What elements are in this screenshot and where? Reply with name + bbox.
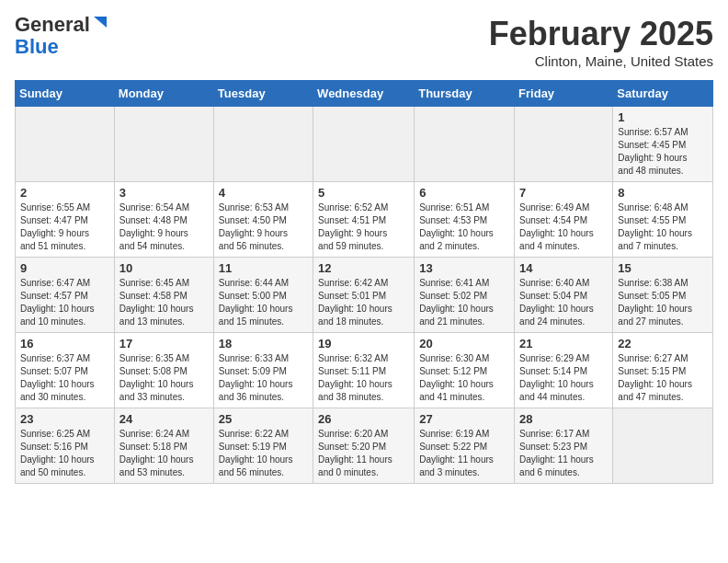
day-number: 11 (219, 261, 308, 275)
day-info: Sunrise: 6:42 AM Sunset: 5:01 PM Dayligh… (318, 277, 409, 328)
day-info: Sunrise: 6:38 AM Sunset: 5:05 PM Dayligh… (618, 277, 708, 328)
calendar-month-title: February 2025 (489, 15, 713, 53)
calendar-cell: 25Sunrise: 6:22 AM Sunset: 5:19 PM Dayli… (213, 408, 313, 484)
day-number: 4 (219, 186, 308, 200)
calendar-cell: 27Sunrise: 6:19 AM Sunset: 5:22 PM Dayli… (415, 408, 515, 484)
day-number: 26 (318, 412, 409, 426)
calendar-cell: 5Sunrise: 6:52 AM Sunset: 4:51 PM Daylig… (313, 182, 415, 258)
day-number: 18 (219, 337, 308, 350)
calendar-cell (16, 107, 115, 182)
day-number: 14 (519, 261, 608, 275)
calendar-cell: 17Sunrise: 6:35 AM Sunset: 5:08 PM Dayli… (114, 333, 213, 408)
day-info: Sunrise: 6:35 AM Sunset: 5:08 PM Dayligh… (119, 352, 209, 404)
day-number: 9 (20, 261, 109, 275)
calendar-cell (313, 107, 415, 182)
day-number: 1 (618, 110, 708, 124)
calendar-subtitle: Clinton, Maine, United States (489, 53, 713, 69)
day-number: 17 (119, 337, 209, 350)
day-number: 2 (20, 186, 109, 200)
day-info: Sunrise: 6:24 AM Sunset: 5:18 PM Dayligh… (119, 428, 209, 479)
day-number: 24 (119, 412, 209, 426)
svg-marker-0 (94, 17, 107, 28)
day-info: Sunrise: 6:32 AM Sunset: 5:11 PM Dayligh… (318, 352, 409, 404)
day-number: 28 (519, 412, 608, 426)
day-info: Sunrise: 6:49 AM Sunset: 4:54 PM Dayligh… (519, 201, 608, 253)
col-header-friday: Friday (515, 81, 613, 107)
calendar-cell (613, 408, 713, 484)
calendar-cell: 10Sunrise: 6:45 AM Sunset: 4:58 PM Dayli… (114, 258, 213, 333)
day-number: 21 (519, 337, 608, 350)
day-number: 10 (119, 261, 209, 275)
calendar-cell: 16Sunrise: 6:37 AM Sunset: 5:07 PM Dayli… (16, 333, 115, 408)
day-info: Sunrise: 6:41 AM Sunset: 5:02 PM Dayligh… (419, 277, 509, 328)
day-info: Sunrise: 6:44 AM Sunset: 5:00 PM Dayligh… (219, 277, 308, 328)
calendar-cell: 6Sunrise: 6:51 AM Sunset: 4:53 PM Daylig… (415, 182, 515, 258)
day-number: 12 (318, 261, 409, 275)
calendar-cell (114, 107, 213, 182)
calendar-cell (515, 107, 613, 182)
calendar-cell: 4Sunrise: 6:53 AM Sunset: 4:50 PM Daylig… (213, 182, 313, 258)
calendar-cell: 2Sunrise: 6:55 AM Sunset: 4:47 PM Daylig… (16, 182, 115, 258)
calendar-week-row: 23Sunrise: 6:25 AM Sunset: 5:16 PM Dayli… (16, 408, 713, 484)
calendar-cell: 21Sunrise: 6:29 AM Sunset: 5:14 PM Dayli… (515, 333, 613, 408)
col-header-thursday: Thursday (415, 81, 515, 107)
calendar-cell: 26Sunrise: 6:20 AM Sunset: 5:20 PM Dayli… (313, 408, 415, 484)
day-info: Sunrise: 6:33 AM Sunset: 5:09 PM Dayligh… (219, 352, 308, 404)
calendar-cell: 8Sunrise: 6:48 AM Sunset: 4:55 PM Daylig… (613, 182, 713, 258)
calendar-cell: 7Sunrise: 6:49 AM Sunset: 4:54 PM Daylig… (515, 182, 613, 258)
calendar-week-row: 16Sunrise: 6:37 AM Sunset: 5:07 PM Dayli… (16, 333, 713, 408)
day-info: Sunrise: 6:37 AM Sunset: 5:07 PM Dayligh… (20, 352, 109, 404)
col-header-saturday: Saturday (613, 81, 713, 107)
col-header-tuesday: Tuesday (213, 81, 313, 107)
calendar-cell: 23Sunrise: 6:25 AM Sunset: 5:16 PM Dayli… (16, 408, 115, 484)
day-number: 15 (618, 261, 708, 275)
calendar-cell: 22Sunrise: 6:27 AM Sunset: 5:15 PM Dayli… (613, 333, 713, 408)
calendar-cell (213, 107, 313, 182)
calendar-table: SundayMondayTuesdayWednesdayThursdayFrid… (15, 80, 713, 484)
day-number: 20 (419, 337, 509, 350)
calendar-cell (415, 107, 515, 182)
calendar-cell: 11Sunrise: 6:44 AM Sunset: 5:00 PM Dayli… (213, 258, 313, 333)
day-number: 6 (419, 186, 509, 200)
col-header-monday: Monday (114, 81, 213, 107)
day-info: Sunrise: 6:55 AM Sunset: 4:47 PM Dayligh… (20, 201, 109, 253)
day-number: 19 (318, 337, 409, 350)
calendar-cell: 24Sunrise: 6:24 AM Sunset: 5:18 PM Dayli… (114, 408, 213, 484)
day-info: Sunrise: 6:47 AM Sunset: 4:57 PM Dayligh… (20, 277, 109, 328)
day-info: Sunrise: 6:51 AM Sunset: 4:53 PM Dayligh… (419, 201, 509, 253)
header: General Blue February 2025 Clinton, Main… (15, 15, 713, 69)
day-number: 3 (119, 186, 209, 200)
calendar-cell: 9Sunrise: 6:47 AM Sunset: 4:57 PM Daylig… (16, 258, 115, 333)
day-info: Sunrise: 6:29 AM Sunset: 5:14 PM Dayligh… (519, 352, 608, 404)
calendar-header-row: SundayMondayTuesdayWednesdayThursdayFrid… (16, 81, 713, 107)
day-info: Sunrise: 6:20 AM Sunset: 5:20 PM Dayligh… (318, 428, 409, 479)
day-info: Sunrise: 6:30 AM Sunset: 5:12 PM Dayligh… (419, 352, 509, 404)
calendar-cell: 3Sunrise: 6:54 AM Sunset: 4:48 PM Daylig… (114, 182, 213, 258)
day-number: 7 (519, 186, 608, 200)
calendar-cell: 1Sunrise: 6:57 AM Sunset: 4:45 PM Daylig… (613, 107, 713, 182)
day-info: Sunrise: 6:54 AM Sunset: 4:48 PM Dayligh… (119, 201, 209, 253)
day-number: 23 (20, 412, 109, 426)
col-header-sunday: Sunday (16, 81, 115, 107)
logo-blue: Blue (15, 35, 59, 59)
calendar-week-row: 2Sunrise: 6:55 AM Sunset: 4:47 PM Daylig… (16, 182, 713, 258)
calendar-cell: 13Sunrise: 6:41 AM Sunset: 5:02 PM Dayli… (415, 258, 515, 333)
day-info: Sunrise: 6:40 AM Sunset: 5:04 PM Dayligh… (519, 277, 608, 328)
calendar-cell: 28Sunrise: 6:17 AM Sunset: 5:23 PM Dayli… (515, 408, 613, 484)
calendar-cell: 14Sunrise: 6:40 AM Sunset: 5:04 PM Dayli… (515, 258, 613, 333)
logo-general: General (15, 15, 90, 35)
day-info: Sunrise: 6:53 AM Sunset: 4:50 PM Dayligh… (219, 201, 308, 253)
day-info: Sunrise: 6:22 AM Sunset: 5:19 PM Dayligh… (219, 428, 308, 479)
day-number: 5 (318, 186, 409, 200)
calendar-week-row: 1Sunrise: 6:57 AM Sunset: 4:45 PM Daylig… (16, 107, 713, 182)
calendar-cell: 20Sunrise: 6:30 AM Sunset: 5:12 PM Dayli… (415, 333, 515, 408)
day-number: 27 (419, 412, 509, 426)
calendar-week-row: 9Sunrise: 6:47 AM Sunset: 4:57 PM Daylig… (16, 258, 713, 333)
calendar-cell: 18Sunrise: 6:33 AM Sunset: 5:09 PM Dayli… (213, 333, 313, 408)
calendar-cell: 15Sunrise: 6:38 AM Sunset: 5:05 PM Dayli… (613, 258, 713, 333)
day-number: 13 (419, 261, 509, 275)
calendar-title-section: February 2025 Clinton, Maine, United Sta… (489, 15, 713, 69)
day-info: Sunrise: 6:19 AM Sunset: 5:22 PM Dayligh… (419, 428, 509, 479)
day-number: 8 (618, 186, 708, 200)
day-info: Sunrise: 6:52 AM Sunset: 4:51 PM Dayligh… (318, 201, 409, 253)
